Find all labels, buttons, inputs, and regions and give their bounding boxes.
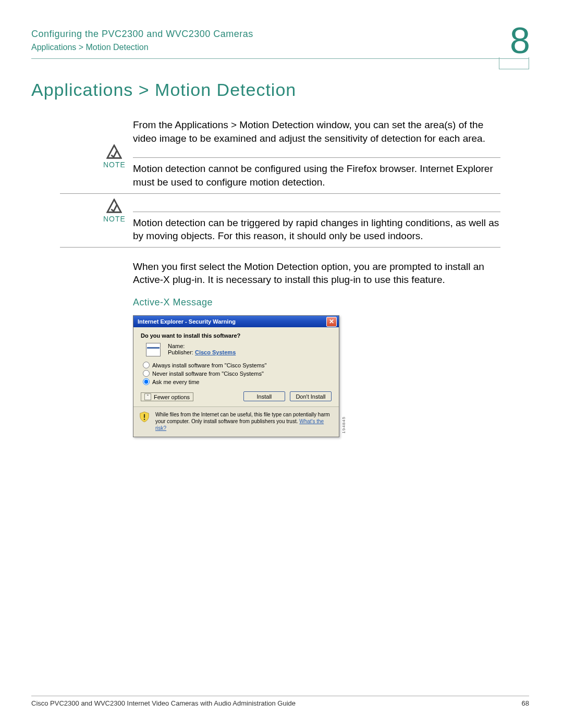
publisher-label: Publisher:	[168, 349, 193, 355]
svg-rect-2	[144, 414, 145, 418]
dialog-title: Internet Explorer - Security Warning	[138, 318, 236, 325]
publisher-link[interactable]: Cisco Systems	[195, 349, 236, 355]
intro-paragraph: From the Applications > Motion Detection…	[133, 118, 500, 145]
file-type-icon	[146, 343, 161, 356]
note-divider-bottom	[60, 247, 500, 248]
install-button[interactable]: Install	[243, 391, 285, 401]
note-text: Motion detection cannot be configured us…	[133, 162, 500, 189]
sub-heading: Active-X Message	[133, 297, 500, 308]
radio-option-never[interactable]: Never install software from "Cisco Syste…	[143, 370, 332, 377]
dialog-titlebar[interactable]: Internet Explorer - Security Warning ✕	[133, 316, 339, 327]
breadcrumb: Applications > Motion Detection	[31, 43, 529, 52]
radio-label: Never install software from "Cisco Syste…	[152, 371, 264, 377]
image-reference-number: 194845	[341, 416, 346, 434]
shield-warning-icon	[139, 411, 150, 423]
note-divider-bottom	[60, 193, 500, 194]
svg-point-3	[144, 419, 145, 421]
note-triangle-icon	[106, 199, 122, 214]
fewer-options-button[interactable]: ˆ Fewer options	[141, 392, 193, 401]
radio-option-always[interactable]: Always install software from "Cisco Syst…	[143, 362, 332, 368]
note-label: NOTE	[103, 161, 126, 169]
note-text: Motion detection can be triggered by rap…	[133, 216, 500, 243]
chapter-number-frame	[499, 57, 529, 69]
note-block-1: NOTE Motion detection cannot be configur…	[31, 157, 529, 193]
body-paragraph-2: When you first select the Motion Detecti…	[133, 260, 500, 287]
warning-panel: While files from the Internet can be use…	[133, 406, 339, 437]
note-block-2: NOTE Motion detection can be triggered b…	[31, 212, 529, 248]
footer-doc-title: Cisco PVC2300 and WVC2300 Internet Video…	[31, 699, 296, 707]
note-label: NOTE	[103, 215, 126, 223]
radio-option-ask[interactable]: Ask me every time	[143, 378, 332, 385]
chapter-title: Configuring the PVC2300 and WVC2300 Came…	[31, 29, 529, 40]
fewer-options-label: Fewer options	[154, 394, 190, 400]
security-warning-dialog: Internet Explorer - Security Warning ✕ D…	[133, 315, 339, 437]
radio-label: Ask me every time	[152, 379, 199, 385]
note-divider-top	[133, 212, 500, 212]
footer-divider	[31, 696, 529, 696]
radio-label: Always install software from "Cisco Syst…	[152, 362, 266, 368]
name-label: Name:	[168, 343, 185, 349]
note-triangle-icon	[106, 144, 122, 160]
chevron-up-icon: ˆ	[144, 393, 151, 400]
dont-install-button[interactable]: Don't Install	[290, 391, 332, 401]
dialog-question: Do you want to install this software?	[141, 332, 332, 339]
note-divider-top	[133, 157, 500, 158]
chapter-number: 8	[510, 22, 529, 59]
page-footer: Cisco PVC2300 and WVC2300 Internet Video…	[31, 692, 529, 707]
header-divider	[31, 58, 529, 59]
footer-page-number: 68	[522, 699, 529, 707]
section-heading: Applications > Motion Detection	[31, 80, 529, 100]
close-icon[interactable]: ✕	[326, 317, 337, 327]
page-header: Configuring the PVC2300 and WVC2300 Came…	[31, 29, 529, 52]
